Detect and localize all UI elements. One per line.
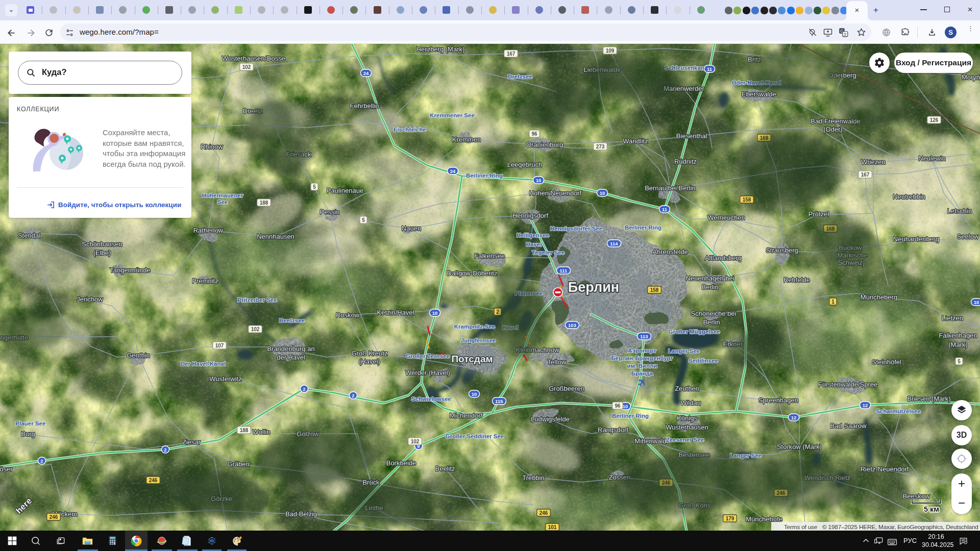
svg-text:Аэропорт: Аэропорт — [628, 347, 656, 354]
svg-text:107: 107 — [215, 343, 224, 348]
svg-text:11: 11 — [662, 207, 668, 212]
svg-text:Ziesar: Ziesar — [182, 438, 201, 446]
svg-text:10: 10 — [536, 178, 542, 183]
svg-text:Berliner Ring: Berliner Ring — [466, 172, 503, 179]
svg-text:Berlin: Berlin — [701, 283, 718, 291]
svg-text:Spreenhagen: Spreenhagen — [758, 396, 798, 404]
svg-text:Rehfelde: Rehfelde — [783, 276, 810, 284]
svg-text:Lietzen: Lietzen — [942, 314, 963, 322]
svg-text:Берлин-Бранденбург: Берлин-Бранденбург — [611, 355, 673, 361]
svg-text:Berliner Ring: Berliner Ring — [612, 413, 649, 419]
svg-text:Fischteiche: Fischteiche — [394, 127, 426, 133]
svg-text:Falkenhagen: Falkenhagen — [939, 332, 977, 339]
svg-text:Falkensee: Falkensee — [474, 252, 505, 260]
svg-text:Wusterhausen: Wusterhausen — [666, 423, 708, 431]
svg-text:Beeskow: Beeskow — [903, 492, 930, 500]
svg-text:Kremmen: Kremmen — [452, 136, 481, 143]
svg-text:Müncheberg: Müncheberg — [861, 293, 897, 301]
svg-text:Steinhöfel: Steinhöfel — [872, 358, 901, 366]
svg-text:Großer Seddiner See: Großer Seddiner See — [446, 433, 504, 439]
svg-text:5: 5 — [362, 217, 365, 223]
svg-text:10: 10 — [623, 404, 628, 409]
svg-text:Fehrbellin: Fehrbellin — [350, 102, 379, 110]
svg-text:Nauen: Nauen — [402, 224, 421, 232]
svg-text:Strausberg: Strausberg — [766, 246, 798, 254]
svg-text:5 км: 5 км — [924, 505, 939, 513]
svg-text:126: 126 — [930, 117, 939, 123]
svg-text:24: 24 — [363, 70, 369, 76]
svg-text:158: 158 — [650, 287, 659, 293]
svg-text:5: 5 — [313, 184, 316, 190]
svg-text:Langer See: Langer See — [668, 348, 700, 354]
svg-text:Wandlitz: Wandlitz — [623, 137, 648, 145]
svg-text:Neutrebbin: Neutrebbin — [893, 193, 925, 201]
svg-text:96: 96 — [615, 403, 621, 409]
svg-text:Schwielowsee: Schwielowsee — [411, 396, 451, 402]
svg-text:Wriezen: Wriezen — [861, 158, 885, 166]
svg-text:Werneuchen: Werneuchen — [707, 214, 745, 221]
svg-text:Hohennauener: Hohennauener — [202, 192, 243, 198]
svg-text:2: 2 — [352, 393, 354, 398]
svg-text:5: 5 — [958, 359, 961, 364]
svg-text:Heiligensee: Heiligensee — [517, 232, 549, 238]
svg-text:158: 158 — [743, 197, 751, 203]
svg-text:Rietz-Neuendorf: Rietz-Neuendorf — [861, 465, 909, 473]
svg-text:Trebbin: Trebbin — [522, 474, 545, 482]
svg-text:Biesenthal: Biesenthal — [676, 132, 707, 140]
svg-text:Genthin: Genthin — [127, 352, 150, 359]
svg-text:Borkheide: Borkheide — [386, 459, 416, 467]
svg-text:Oranienburg: Oranienburg — [526, 141, 563, 148]
svg-text:Neuhardenberg: Neuhardenberg — [893, 235, 939, 243]
svg-text:102: 102 — [411, 439, 420, 444]
svg-text:10: 10 — [432, 310, 438, 316]
svg-text:Hohen Neuendorf: Hohen Neuendorf — [529, 189, 582, 197]
svg-text:Wusterwitz: Wusterwitz — [209, 375, 241, 383]
svg-text:(Havel): (Havel) — [359, 358, 380, 365]
svg-text:246: 246 — [50, 514, 58, 520]
svg-text:Prötzel: Prötzel — [808, 210, 829, 218]
svg-text:109: 109 — [606, 48, 615, 54]
svg-text:10: 10 — [472, 391, 477, 397]
svg-text:Altlandsberg: Altlandsberg — [705, 254, 742, 262]
svg-text:Briesen (Mark): Briesen (Mark) — [907, 395, 950, 403]
svg-text:Havel: Havel — [526, 241, 542, 247]
svg-text:Zeesener See: Zeesener See — [666, 437, 704, 443]
svg-text:Ahrensfelde: Ahrensfelde — [652, 248, 688, 256]
svg-text:Wusterhausen/Dosse: Wusterhausen/Dosse — [222, 55, 285, 62]
svg-text:Großer Zernsee: Großer Zernsee — [406, 353, 450, 359]
svg-text:179: 179 — [726, 516, 734, 521]
svg-text:12: 12 — [791, 415, 797, 420]
svg-text:Dallgow-Döberitz: Dallgow-Döberitz — [447, 269, 498, 277]
svg-text:Scharmützelsee: Scharmützelsee — [876, 408, 921, 414]
svg-text:Plauer See: Plauer See — [16, 420, 46, 427]
svg-text:1: 1 — [831, 299, 835, 305]
svg-text:12: 12 — [863, 403, 868, 408]
svg-text:See: See — [217, 199, 228, 205]
svg-text:Hennigsdorf: Hennigsdorf — [512, 212, 548, 219]
svg-text:Herzberg (Mark): Herzberg (Mark) — [416, 45, 465, 53]
svg-text:Burg: Burg — [21, 430, 35, 438]
svg-text:Бранда: Бранда — [631, 370, 653, 377]
svg-text:Berliner Ring: Berliner Ring — [625, 224, 662, 231]
svg-text:Zeuthen: Zeuthen — [675, 385, 699, 392]
svg-text:Leegebruch: Leegebruch — [507, 161, 543, 168]
svg-text:Tegeler See: Tegeler See — [532, 249, 565, 256]
svg-text:Jerichow: Jerichow — [77, 295, 103, 303]
svg-text:Seddinsee: Seddinsee — [689, 358, 718, 364]
svg-text:114: 114 — [610, 241, 618, 246]
svg-text:Ketzin/Havel: Ketzin/Havel — [377, 309, 414, 316]
svg-text:Rathenow: Rathenow — [193, 227, 224, 234]
svg-text:Schöneiche bei: Schöneiche bei — [691, 310, 737, 317]
svg-text:Teltow: Teltow — [548, 358, 567, 366]
svg-text:Tangermünde: Tangermünde — [110, 266, 151, 274]
svg-text:188: 188 — [260, 200, 268, 206]
svg-text:Werder (Havel): Werder (Havel) — [405, 369, 450, 377]
svg-text:2: 2 — [303, 386, 305, 392]
svg-text:Seelow: Seelow — [957, 233, 979, 240]
svg-text:Pritzerber See: Pritzerber See — [237, 297, 277, 303]
svg-text:Берлин: Берлин — [568, 280, 619, 295]
svg-text:Wildau: Wildau — [680, 399, 701, 407]
svg-text:Gräben: Gräben — [227, 460, 249, 468]
svg-text:Neulewin: Neulewin — [918, 155, 945, 162]
svg-text:Königs: Königs — [677, 414, 697, 422]
